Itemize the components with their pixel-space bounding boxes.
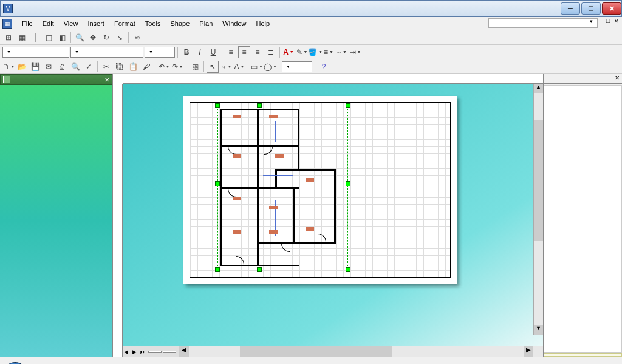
drawing-page <box>183 96 457 284</box>
vertical-scrollbar[interactable]: ▲ ▼ <box>533 84 543 335</box>
visio-app-icon: V <box>3 4 13 13</box>
line-pattern-button[interactable]: ╌▼ <box>336 46 348 58</box>
align-justify-button[interactable]: ≣ <box>265 46 277 58</box>
shapes-window-button[interactable]: ▧ <box>189 61 201 73</box>
mdi-maximize[interactable]: ☐ <box>604 18 612 24</box>
shapes-panel-header[interactable]: ✕ <box>0 74 112 85</box>
menu-view[interactable]: View <box>59 19 83 29</box>
vertical-ruler <box>113 84 123 357</box>
spelling-button[interactable]: ✓ <box>83 61 95 73</box>
plan-toolbar: ⊞ ▦ ┼ ◫ ◧ 🔍 ✥ ↻ ↘ ≋ <box>0 30 622 45</box>
minimize-button[interactable]: ─ <box>561 2 580 15</box>
rectangle-tool-button[interactable]: ▭▼ <box>251 61 263 73</box>
page-nav-last[interactable]: ⏭ <box>138 349 147 355</box>
shapes-grid <box>0 85 112 357</box>
line-weight-button[interactable]: ≡▼ <box>323 46 335 58</box>
menu-shape[interactable]: Shape <box>165 19 194 29</box>
mdi-close[interactable]: ✕ <box>612 18 621 24</box>
undo-button[interactable]: ↶▼ <box>158 61 170 73</box>
page-inner <box>190 102 451 278</box>
connector-tool-button[interactable]: ⤷▼ <box>220 61 232 73</box>
line-color-button[interactable]: ✎▼ <box>296 46 308 58</box>
align-left-button[interactable]: ≡ <box>225 46 237 58</box>
size-position-header[interactable]: ✕ <box>544 74 622 84</box>
rotate-icon[interactable]: ↻ <box>100 32 112 44</box>
shapes-panel-close[interactable]: ✕ <box>104 76 109 83</box>
menu-window[interactable]: Window <box>217 19 251 29</box>
standard-toolbar: 🗋▼ 📂 💾 ✉ 🖨 🔍 ✓ ✂ ⿻ 📋 🖌 ↶▼ ↷▼ ▧ ↖ ⤷▼ A▼ ▭… <box>0 59 622 74</box>
menu-edit[interactable]: Edit <box>38 19 59 29</box>
pan-icon[interactable]: ✥ <box>87 32 99 44</box>
page-nav-prev[interactable]: ◀ <box>121 349 130 355</box>
save-button[interactable]: 💾 <box>29 61 41 73</box>
menu-bar: ▦ File Edit View Insert Format Tools Sha… <box>0 17 622 30</box>
menu-tools[interactable]: Tools <box>140 19 166 29</box>
show-desktop-tooltip <box>544 353 622 357</box>
text-tool-button[interactable]: A▼ <box>233 61 245 73</box>
help-search-input[interactable] <box>488 18 598 28</box>
ruler-icon[interactable]: ⊞ <box>2 32 15 44</box>
font-color-button[interactable]: A▼ <box>282 46 295 58</box>
align-right-button[interactable]: ≡ <box>251 46 264 58</box>
print-preview-button[interactable]: 🔍 <box>69 61 81 73</box>
fill-color-button[interactable]: 🪣▼ <box>309 46 321 58</box>
copy-button[interactable]: ⿻ <box>114 61 126 73</box>
font-select[interactable]: ▼ <box>70 47 143 58</box>
floor-plan-selection[interactable] <box>220 109 312 266</box>
zoom-in-icon[interactable]: 🔍 <box>73 32 86 44</box>
style-select[interactable]: ▼ <box>2 47 69 58</box>
horizontal-ruler <box>123 74 543 84</box>
page-tabs-bar: ⏮ ◀ ▶ ⏭ ◀ ▶ <box>113 346 543 357</box>
format-painter-button[interactable]: 🖌 <box>140 61 152 73</box>
italic-button[interactable]: I <box>194 46 206 58</box>
layers-icon[interactable]: ≋ <box>131 32 143 44</box>
grid-icon[interactable]: ▦ <box>16 32 28 44</box>
mdi-document-icon: ▦ <box>2 19 12 29</box>
guides-icon[interactable]: ┼ <box>29 32 41 44</box>
font-size-select[interactable]: ▼ <box>145 47 175 58</box>
mdi-minimize[interactable]: ▾ <box>587 18 595 24</box>
redo-button[interactable]: ↷▼ <box>171 61 183 73</box>
drawing-canvas[interactable]: ▲ ▼ <box>123 84 543 346</box>
page-tab-2[interactable] <box>163 351 176 353</box>
print-button[interactable]: 🖨 <box>56 61 68 73</box>
pointer-tool-button[interactable]: ↖ <box>207 61 219 73</box>
email-button[interactable]: ✉ <box>43 61 55 73</box>
horizontal-scrollbar[interactable]: ◀ ▶ <box>179 346 543 357</box>
size-position-panel: ✕ <box>543 74 622 357</box>
help-button[interactable]: ? <box>318 61 330 73</box>
align-center-button[interactable]: ≡ <box>238 46 250 58</box>
size-position-close[interactable]: ✕ <box>615 75 620 83</box>
menu-insert[interactable]: Insert <box>83 19 109 29</box>
line-ends-button[interactable]: ⇥▼ <box>349 46 361 58</box>
new-button[interactable]: 🗋▼ <box>2 61 15 73</box>
menu-help[interactable]: Help <box>251 19 275 29</box>
paste-button[interactable]: 📋 <box>127 61 139 73</box>
open-button[interactable]: 📂 <box>16 61 28 73</box>
page-tab-1[interactable] <box>148 351 162 353</box>
status-bar <box>0 357 622 364</box>
shapes-panel: ✕ <box>0 74 113 357</box>
page-nav-next[interactable]: ▶ <box>130 349 138 355</box>
bold-button[interactable]: B <box>180 46 193 58</box>
close-button[interactable]: ✕ <box>602 2 621 15</box>
menu-plan[interactable]: Plan <box>194 19 217 29</box>
mdi-window-buttons: ▾ _ ☐ ✕ <box>587 18 621 24</box>
ellipse-tool-button[interactable]: ◯▼ <box>264 61 276 73</box>
cut-button[interactable]: ✂ <box>100 61 112 73</box>
drawing-area: ▲ ▼ ⏮ ◀ ▶ ⏭ ◀ ▶ <box>113 74 543 357</box>
menu-format[interactable]: Format <box>109 19 140 29</box>
window-titlebar: V ─ ☐ ✕ <box>0 0 622 17</box>
underline-button[interactable]: U <box>207 46 219 58</box>
formatting-toolbar: ▼ ▼ ▼ B I U ≡ ≡ ≡ ≣ A▼ ✎▼ 🪣▼ ≡▼ ╌▼ ⇥▼ <box>0 45 622 59</box>
menu-file[interactable]: File <box>17 19 38 29</box>
snap-icon[interactable]: ◫ <box>43 32 55 44</box>
connector-icon[interactable]: ↘ <box>114 32 126 44</box>
mdi-restore[interactable]: _ <box>595 18 604 24</box>
zoom-select[interactable]: ▼ <box>282 61 312 72</box>
maximize-button[interactable]: ☐ <box>581 2 601 15</box>
glue-icon[interactable]: ◧ <box>56 32 68 44</box>
